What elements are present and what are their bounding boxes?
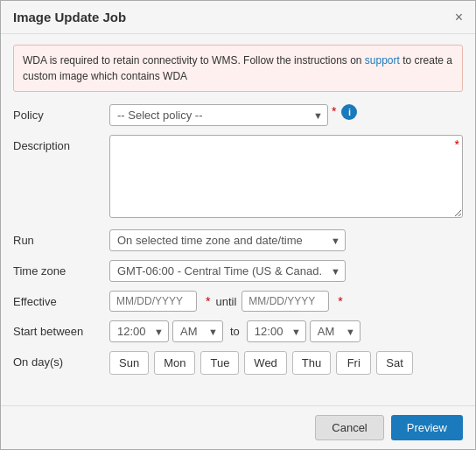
policy-label: Policy	[13, 104, 109, 122]
description-label: Description	[13, 135, 109, 152]
time-row: 12:00 ▼ AM ▼ to 12:00	[109, 320, 360, 342]
day-button-thu[interactable]: Thu	[292, 351, 331, 375]
description-required-star: *	[455, 137, 459, 151]
alert-message-before: WDA is required to retain connectivity t…	[23, 54, 365, 67]
time-start-wrapper: 12:00 ▼	[109, 320, 169, 342]
day-button-wed[interactable]: Wed	[244, 351, 287, 375]
timezone-select-wrapper: GMT-06:00 - Central Time (US & Canad. ▼	[109, 260, 346, 282]
time-end-select[interactable]: 12:00	[247, 320, 306, 342]
effective-label: Effective	[13, 291, 109, 308]
description-wrapper: *	[109, 135, 463, 221]
close-button[interactable]: ×	[455, 11, 463, 25]
ampm-start-select[interactable]: AM	[172, 320, 223, 342]
description-row: Description *	[13, 135, 463, 221]
preview-button[interactable]: Preview	[391, 415, 463, 440]
timezone-select[interactable]: GMT-06:00 - Central Time (US & Canad.	[109, 260, 346, 282]
start-between-label: Start between	[13, 320, 109, 338]
day-button-sat[interactable]: Sat	[376, 351, 413, 375]
run-select-wrapper: On selected time zone and date/time ▼	[109, 229, 346, 251]
days-row: SunMonTueWedThuFriSat	[109, 351, 413, 375]
day-button-fri[interactable]: Fri	[336, 351, 371, 375]
day-button-tue[interactable]: Tue	[200, 351, 239, 375]
time-end-wrapper: 12:00 ▼	[247, 320, 306, 342]
effective-date-start[interactable]	[109, 291, 197, 312]
support-link[interactable]: support	[365, 54, 400, 67]
effective-start-star: *	[206, 294, 210, 308]
ampm-end-wrapper: AM ▼	[310, 320, 360, 342]
start-between-control: 12:00 ▼ AM ▼ to 12:00	[109, 320, 463, 342]
image-update-job-dialog: Image Update Job × WDA is required to re…	[0, 0, 476, 450]
effective-end-star: *	[338, 294, 342, 308]
until-label: until	[215, 295, 236, 308]
cancel-button[interactable]: Cancel	[315, 415, 383, 440]
description-textarea[interactable]	[109, 135, 463, 218]
timezone-control: GMT-06:00 - Central Time (US & Canad. ▼	[109, 260, 463, 282]
policy-select-wrapper: -- Select policy -- ▼	[109, 104, 328, 126]
on-days-control: SunMonTueWedThuFriSat	[109, 351, 463, 375]
dialog-title: Image Update Job	[13, 10, 126, 25]
policy-row: Policy -- Select policy -- ▼ * i	[13, 104, 463, 126]
effective-date-end[interactable]	[242, 291, 329, 312]
day-button-sun[interactable]: Sun	[109, 351, 149, 375]
run-select[interactable]: On selected time zone and date/time	[109, 229, 346, 251]
policy-required-star: *	[332, 104, 336, 118]
effective-control: * until *	[109, 291, 463, 312]
time-start-select[interactable]: 12:00	[109, 320, 169, 342]
start-between-row: Start between 12:00 ▼ AM ▼	[13, 320, 463, 342]
ampm-start-wrapper: AM ▼	[172, 320, 223, 342]
policy-control: -- Select policy -- ▼ * i	[109, 104, 463, 126]
on-days-row: On day(s) SunMonTueWedThuFriSat	[13, 351, 463, 375]
run-row: Run On selected time zone and date/time …	[13, 229, 463, 251]
ampm-end-select[interactable]: AM	[310, 320, 360, 342]
timezone-row: Time zone GMT-06:00 - Central Time (US &…	[13, 260, 463, 282]
alert-box: WDA is required to retain connectivity t…	[13, 45, 463, 92]
to-label: to	[230, 325, 240, 338]
dialog-header: Image Update Job ×	[1, 1, 475, 34]
dialog-body: WDA is required to retain connectivity t…	[1, 34, 475, 394]
run-control: On selected time zone and date/time ▼	[109, 229, 463, 251]
effective-date-row: * until *	[109, 291, 343, 312]
on-days-label: On day(s)	[13, 351, 109, 369]
run-label: Run	[13, 229, 109, 247]
timezone-label: Time zone	[13, 260, 109, 278]
policy-select[interactable]: -- Select policy --	[109, 104, 328, 126]
policy-info-icon[interactable]: i	[341, 104, 357, 120]
dialog-footer: Cancel Preview	[1, 405, 475, 449]
effective-row: Effective * until *	[13, 291, 463, 312]
day-button-mon[interactable]: Mon	[154, 351, 195, 375]
